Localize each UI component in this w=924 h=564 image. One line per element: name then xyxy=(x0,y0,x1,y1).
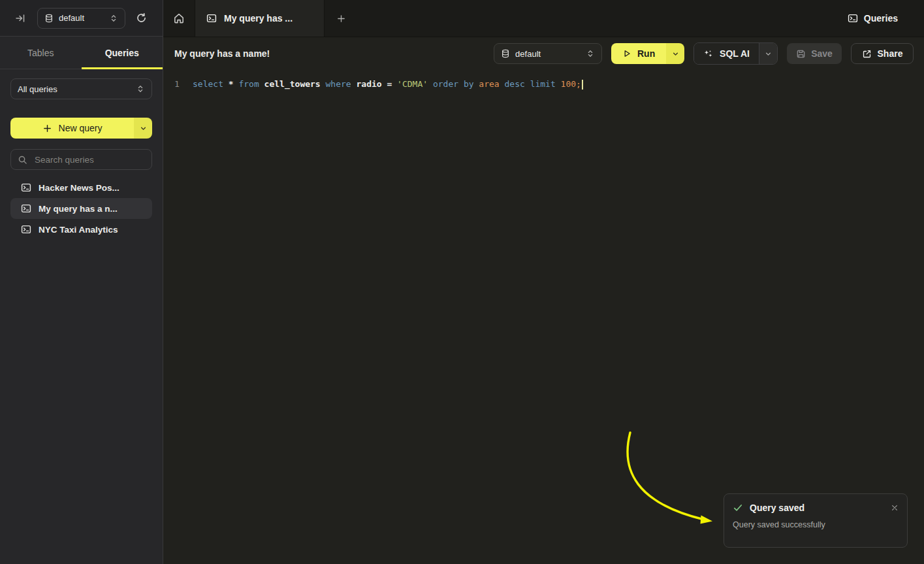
sql-ai-button[interactable]: SQL AI xyxy=(694,43,759,64)
share-label: Share xyxy=(878,48,903,59)
terminal-icon xyxy=(21,203,31,214)
sql-ai-dropdown-button[interactable] xyxy=(759,43,777,64)
query-list-item-selected[interactable]: My query has a n... xyxy=(10,198,152,219)
share-button[interactable]: Share xyxy=(851,43,914,64)
search-queries-input[interactable] xyxy=(33,154,145,165)
refresh-button[interactable] xyxy=(136,12,147,24)
sidebar: default Tables Queries All queries xyxy=(0,0,163,564)
active-tab-underline xyxy=(82,67,163,69)
query-title: My query has a name! xyxy=(174,48,270,59)
chevron-up-down-icon xyxy=(136,84,145,93)
terminal-icon xyxy=(848,13,858,24)
home-button[interactable] xyxy=(163,0,195,37)
sidebar-toggle-icon xyxy=(15,13,25,24)
code-line-content: select * from cell_towers where radio = … xyxy=(193,78,581,90)
refresh-icon xyxy=(136,12,147,24)
terminal-icon xyxy=(21,224,31,235)
queries-indicator[interactable]: Queries xyxy=(848,0,924,37)
database-icon xyxy=(44,14,54,23)
terminal-icon xyxy=(206,13,217,24)
chevron-down-icon xyxy=(764,50,773,58)
sidebar-header: default xyxy=(0,0,163,37)
save-icon xyxy=(796,49,806,59)
run-split-button: Run xyxy=(611,43,684,64)
close-toast-button[interactable] xyxy=(891,504,899,512)
tab-strip: My query has ... Queries xyxy=(163,0,924,37)
database-icon xyxy=(501,49,510,58)
tab-tables-label: Tables xyxy=(27,48,54,58)
editor-header: My query has a name! default Run xyxy=(163,37,924,70)
toast-title: Query saved xyxy=(750,503,805,513)
toast-query-saved: Query saved Query saved successfully xyxy=(724,493,908,548)
query-list-item-hacker-news[interactable]: Hacker News Pos... xyxy=(10,177,152,198)
header-database-selector[interactable]: default xyxy=(494,43,602,64)
query-list-item-nyc-taxi[interactable]: NYC Taxi Analytics xyxy=(10,219,152,240)
search-icon xyxy=(18,155,27,165)
new-query-dropdown-button[interactable] xyxy=(134,118,152,139)
chevron-down-icon xyxy=(671,50,680,58)
collapse-sidebar-button[interactable] xyxy=(15,13,25,24)
check-icon xyxy=(733,503,743,513)
text-cursor xyxy=(582,80,583,90)
share-icon xyxy=(862,49,872,59)
new-tab-button[interactable] xyxy=(325,0,357,37)
save-label: Save xyxy=(811,48,833,59)
new-query-label: New query xyxy=(59,123,103,133)
tab-queries-label: Queries xyxy=(105,48,139,58)
sql-ai-split-button: SQL AI xyxy=(693,42,778,65)
app-root: default Tables Queries All queries xyxy=(0,0,924,564)
database-selector-value: default xyxy=(59,13,84,23)
tab-queries[interactable]: Queries xyxy=(82,37,163,69)
new-query-button[interactable]: New query xyxy=(10,118,134,139)
close-icon xyxy=(891,504,899,512)
plus-icon xyxy=(336,14,346,24)
database-selector[interactable]: default xyxy=(37,8,125,29)
plus-icon xyxy=(42,124,52,133)
header-actions: default Run SQL AI xyxy=(494,42,914,65)
query-list: Hacker News Pos... My query has a n... N… xyxy=(10,177,152,240)
new-query-split-button: New query xyxy=(10,118,152,139)
code-line: 1 select * from cell_towers where radio … xyxy=(163,78,924,90)
header-database-value: default xyxy=(515,49,541,59)
line-number: 1 xyxy=(163,78,181,90)
queries-indicator-label: Queries xyxy=(864,13,898,24)
sql-ai-label: SQL AI xyxy=(720,48,750,59)
sql-editor[interactable]: 1 select * from cell_towers where radio … xyxy=(163,70,924,564)
main-area: My query has ... Queries My query has a … xyxy=(163,0,924,564)
save-button[interactable]: Save xyxy=(787,43,842,64)
query-item-label: NYC Taxi Analytics xyxy=(39,225,118,235)
search-queries-box[interactable] xyxy=(10,149,152,170)
chevron-up-down-icon xyxy=(586,49,595,58)
run-label: Run xyxy=(637,48,655,59)
sidebar-tabs: Tables Queries xyxy=(0,37,163,69)
sidebar-body: All queries New query Hacker N xyxy=(0,69,163,240)
play-icon xyxy=(622,49,631,58)
query-item-label: My query has a n... xyxy=(39,204,118,214)
editor-tab-label: My query has ... xyxy=(224,13,293,24)
toast-message: Query saved successfully xyxy=(733,520,899,529)
editor-tab[interactable]: My query has ... xyxy=(195,0,325,37)
chevron-up-down-icon xyxy=(109,14,118,23)
toast-header: Query saved xyxy=(733,503,899,513)
run-dropdown-button[interactable] xyxy=(666,43,684,64)
tab-tables[interactable]: Tables xyxy=(0,37,82,69)
query-item-label: Hacker News Pos... xyxy=(39,183,119,193)
terminal-icon xyxy=(21,182,31,193)
queries-filter-select[interactable]: All queries xyxy=(10,78,152,99)
chevron-down-icon xyxy=(139,124,148,133)
run-button[interactable]: Run xyxy=(611,43,666,64)
queries-filter-value: All queries xyxy=(18,84,57,94)
sparkles-icon xyxy=(703,49,713,59)
home-icon xyxy=(173,12,185,24)
